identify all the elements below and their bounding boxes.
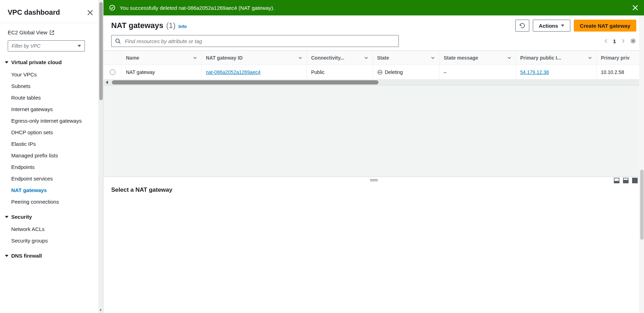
caret-down-icon: [5, 255, 8, 257]
refresh-icon: [519, 22, 525, 29]
public-ip-link[interactable]: 54.179.12.38: [520, 69, 549, 75]
search-box[interactable]: [111, 35, 399, 47]
svg-point-0: [110, 5, 115, 10]
svg-point-6: [381, 72, 381, 73]
next-page-icon[interactable]: [620, 38, 626, 44]
nav-section-vpc[interactable]: Virtual private cloud: [5, 59, 95, 65]
svg-rect-10: [623, 180, 628, 183]
split-handle[interactable]: [103, 177, 644, 182]
nav-subnets[interactable]: Subnets: [8, 80, 95, 92]
svg-rect-12: [632, 178, 637, 183]
svg-point-1: [116, 39, 119, 42]
nav-elastic-ips[interactable]: Elastic IPs: [8, 138, 95, 150]
table-header-row: Name NAT gateway ID Connectivity... Stat…: [103, 51, 644, 65]
caret-down-icon: [5, 216, 8, 218]
pagination: 1: [603, 38, 636, 44]
refresh-button[interactable]: [515, 20, 529, 32]
svg-point-2: [632, 40, 634, 42]
check-circle-icon: [109, 5, 115, 11]
create-nat-gateway-button[interactable]: Create NAT gateway: [574, 20, 636, 32]
col-public-ip[interactable]: Primary public I...: [516, 51, 597, 64]
filter-placeholder: Filter by VPC: [12, 43, 40, 49]
nav-route-tables[interactable]: Route tables: [8, 92, 95, 103]
detail-panel-prompt: Select a NAT gateway: [103, 182, 644, 198]
col-private-ip[interactable]: Primary priv: [597, 51, 644, 64]
panel-layout-icon[interactable]: [614, 178, 619, 183]
main-scrollbar[interactable]: [639, 15, 644, 313]
cell-state-message: –: [440, 65, 516, 79]
sort-icon: [431, 56, 435, 60]
nat-gateways-table: Name NAT gateway ID Connectivity... Stat…: [103, 50, 644, 86]
panel-layout-icon[interactable]: [623, 178, 629, 183]
search-input[interactable]: [124, 38, 395, 45]
nav-endpoints[interactable]: Endpoints: [8, 161, 95, 173]
close-icon[interactable]: [632, 5, 638, 11]
page-title: NAT gateways: [111, 21, 163, 30]
col-state[interactable]: State: [373, 51, 440, 64]
nav-section-security[interactable]: Security: [5, 214, 95, 220]
sidebar-scrollbar[interactable]: ▼: [98, 0, 103, 313]
table-horizontal-scrollbar[interactable]: [103, 80, 644, 85]
main: You successfully deleted nat-086a2052a12…: [103, 0, 644, 313]
nav-endpoint-services[interactable]: Endpoint services: [8, 173, 95, 184]
svg-point-5: [380, 72, 380, 73]
deleting-icon: [377, 69, 383, 75]
info-link[interactable]: Info: [179, 24, 187, 29]
nav-managed-prefix-lists[interactable]: Managed prefix lists: [8, 150, 95, 161]
nat-id-link[interactable]: nat-086a2052a1269aec4: [206, 69, 261, 75]
nav-egress-only-igw[interactable]: Egress-only internet gateways: [8, 115, 95, 127]
nav-network-acls[interactable]: Network ACLs: [8, 223, 95, 235]
actions-button[interactable]: Actions: [533, 20, 570, 32]
col-name[interactable]: Name: [122, 51, 202, 64]
caret-down-icon: [5, 61, 8, 63]
sidebar-title: VPC dashboard: [8, 8, 60, 16]
sort-icon: [298, 56, 302, 60]
success-flash: You successfully deleted nat-086a2052a12…: [103, 0, 644, 15]
nav-your-vpcs[interactable]: Your VPCs: [8, 69, 95, 80]
nav-section-dns-firewall[interactable]: DNS firewall: [5, 253, 95, 259]
cell-state: Deleting: [373, 65, 440, 79]
table-empty-region: [103, 86, 644, 177]
nav-dhcp-option-sets[interactable]: DHCP option sets: [8, 127, 95, 138]
nav-peering-connections[interactable]: Peering connections: [8, 196, 95, 207]
gear-icon[interactable]: [630, 38, 636, 44]
external-link-icon: [49, 30, 54, 35]
cell-private-ip: 10.10.2.58: [597, 65, 644, 79]
caret-down-icon: [561, 25, 564, 27]
svg-point-4: [378, 72, 379, 73]
sidebar: ▼ VPC dashboard EC2 Global View Filter b…: [0, 0, 103, 313]
table-row[interactable]: NAT gateway nat-086a2052a1269aec4 Public…: [103, 65, 644, 80]
prev-page-icon[interactable]: [603, 38, 609, 44]
nav-internet-gateways[interactable]: Internet gateways: [8, 103, 95, 115]
col-state-message[interactable]: State message: [440, 51, 516, 64]
svg-rect-8: [614, 181, 619, 183]
sort-icon: [588, 56, 592, 60]
caret-down-icon: [78, 45, 81, 47]
nav-nat-gateways[interactable]: NAT gateways: [8, 184, 95, 196]
close-icon[interactable]: [87, 9, 93, 16]
flash-message: You successfully deleted nat-086a2052a12…: [120, 5, 628, 11]
nav-security-groups[interactable]: Security groups: [8, 235, 95, 246]
sort-icon: [507, 56, 511, 60]
sort-icon: [193, 56, 197, 60]
filter-by-vpc-select[interactable]: Filter by VPC: [8, 40, 85, 52]
row-select-radio[interactable]: [110, 69, 115, 75]
sort-icon: [364, 56, 368, 60]
panel-layout-icon[interactable]: [632, 178, 638, 183]
cell-connectivity: Public: [307, 65, 373, 79]
drag-handle-icon: [370, 179, 378, 181]
page-count: (1): [166, 21, 176, 30]
cell-name: NAT gateway: [122, 65, 202, 79]
col-connectivity[interactable]: Connectivity...: [307, 51, 373, 64]
page-number: 1: [613, 38, 616, 44]
search-icon: [115, 38, 121, 44]
col-nat-gateway-id[interactable]: NAT gateway ID: [202, 51, 307, 64]
ec2-link-label: EC2 Global View: [8, 29, 47, 35]
ec2-global-view-link[interactable]: EC2 Global View: [8, 29, 95, 35]
